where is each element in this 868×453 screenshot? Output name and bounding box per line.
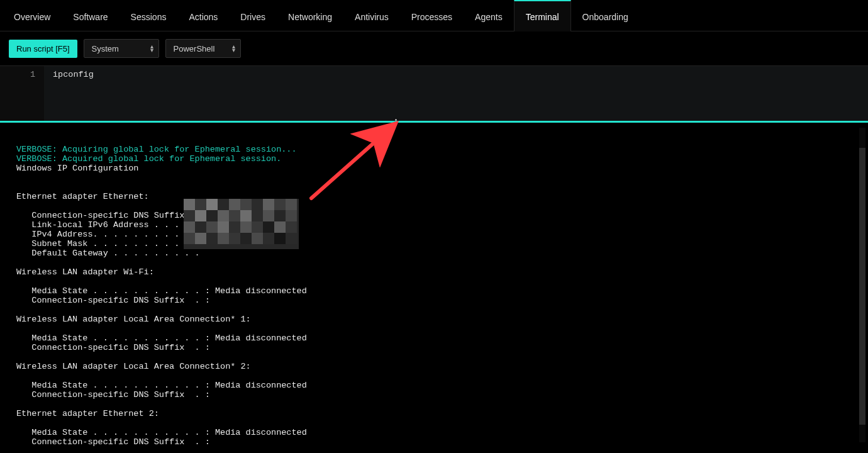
tab-overview[interactable]: Overview [3, 0, 62, 31]
tab-antivirus[interactable]: Antivirus [343, 0, 400, 31]
chevron-sort-icon: ▴▾ [232, 45, 235, 52]
editor-code[interactable]: ipconfig [44, 66, 868, 121]
tab-processes[interactable]: Processes [400, 0, 464, 31]
top-tabbar: Overview Software Sessions Actions Drive… [0, 0, 868, 31]
tab-terminal[interactable]: Terminal [514, 0, 571, 31]
context-select-value: System [92, 44, 119, 53]
redacted-region [184, 199, 299, 249]
terminal-output[interactable]: VERBOSE: Acquiring global lock for Ephem… [0, 123, 868, 453]
shell-select[interactable]: PowerShell ▴▾ [165, 39, 241, 58]
tab-agents[interactable]: Agents [464, 0, 514, 31]
output-verbose-line: VERBOSE: Acquiring global lock for Ephem… [16, 145, 297, 154]
shell-select-value: PowerShell [174, 44, 215, 53]
tab-onboarding[interactable]: Onboarding [571, 0, 640, 31]
context-select[interactable]: System ▴▾ [84, 39, 159, 58]
tab-drives[interactable]: Drives [229, 0, 277, 31]
chevron-sort-icon: ▴▾ [150, 45, 153, 52]
output-verbose-line: VERBOSE: Acquired global lock for Epheme… [16, 154, 281, 164]
output-scrollbar[interactable] [859, 128, 865, 442]
scrollbar-thumb[interactable] [859, 148, 865, 425]
tab-networking[interactable]: Networking [277, 0, 343, 31]
tab-actions[interactable]: Actions [177, 0, 229, 31]
script-editor[interactable]: 1 ipconfig [0, 65, 868, 121]
terminal-toolbar: Run script [F5] System ▴▾ PowerShell ▴▾ [0, 31, 868, 65]
tab-sessions[interactable]: Sessions [120, 0, 178, 31]
run-script-button[interactable]: Run script [F5] [9, 40, 77, 58]
editor-gutter: 1 [0, 66, 44, 121]
tab-software[interactable]: Software [62, 0, 119, 31]
